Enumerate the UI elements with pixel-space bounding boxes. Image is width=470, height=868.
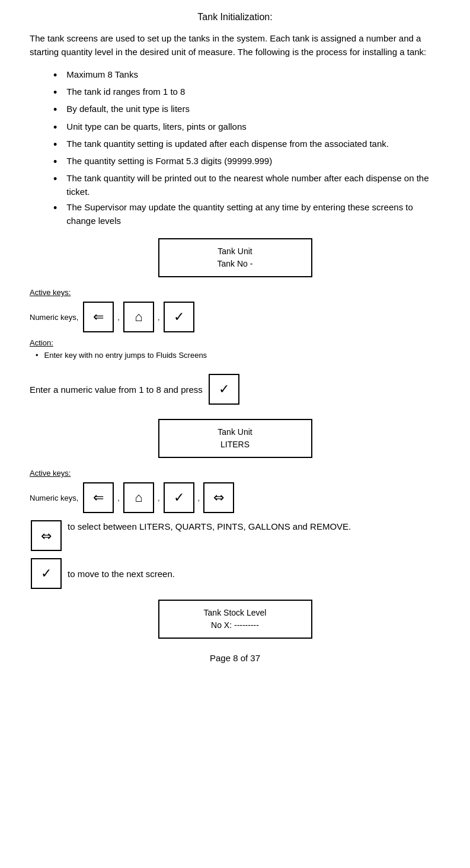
enter-instruction-row: Enter a numeric value from 1 to 8 and pr… xyxy=(30,374,440,405)
list-item: The tank quantity will be printed out to… xyxy=(30,172,440,198)
check-key2[interactable]: ✓ xyxy=(164,482,194,513)
action-label: Action: xyxy=(30,338,440,347)
intro-text: The tank screens are used to set up the … xyxy=(30,32,440,59)
numeric-keys-label2: Numeric keys, xyxy=(30,494,78,502)
list-item: By default, the unit type is liters xyxy=(30,103,440,117)
press-text: to move to the next screen. xyxy=(68,569,175,579)
check-key-enter[interactable]: ✓ xyxy=(209,374,239,405)
use-instruction-row: ⇔ to select between LITERS, QUARTS, PINT… xyxy=(30,520,440,551)
home-key2[interactable]: ⌂ xyxy=(123,482,154,513)
arrows-key2[interactable]: ⇔ xyxy=(31,520,62,551)
backspace-key1[interactable]: ⇐ xyxy=(83,302,114,332)
tank-unit-screen2: Tank Unit LITERS xyxy=(158,419,312,458)
tank-unit-screen1: Tank Unit Tank No - xyxy=(158,238,312,277)
list-item: The Supervisor may update the quantity s… xyxy=(30,201,440,228)
list-item: The quantity setting is Format 5.3 digit… xyxy=(30,155,440,169)
check-key3[interactable]: ✓ xyxy=(31,558,62,589)
use-text: to select between LITERS, QUARTS, PINTS,… xyxy=(68,520,351,534)
action-section: Action: Enter key with no entry jumps to… xyxy=(30,338,440,360)
numeric-keys-label1: Numeric keys, xyxy=(30,313,78,322)
screen1-line1: Tank Unit xyxy=(169,245,302,258)
active-keys-label1: Active keys: xyxy=(30,288,440,297)
key-row-2: Numeric keys, ⇐ , ⌂ , ✓ , ⇔ xyxy=(30,482,440,513)
check-key1[interactable]: ✓ xyxy=(164,302,194,332)
screen2-line2: LITERS xyxy=(169,438,302,451)
list-item: The tank id ranges from 1 to 8 xyxy=(30,85,440,100)
backspace-key2[interactable]: ⇐ xyxy=(83,482,114,513)
list-item: Unit type can be quarts, liters, pints o… xyxy=(30,120,440,135)
home-key1[interactable]: ⌂ xyxy=(123,302,154,332)
enter-text: Enter a numeric value from 1 to 8 and pr… xyxy=(30,385,203,395)
key-row-1: Numeric keys, ⇐ , ⌂ , ✓ xyxy=(30,302,440,332)
action-bullet: Enter key with no entry jumps to Fluids … xyxy=(36,351,440,360)
screen3-line1: Tank Stock Level xyxy=(169,607,302,619)
screen1-line2: Tank No - xyxy=(169,258,302,270)
list-item: Maximum 8 Tanks xyxy=(30,68,440,83)
bullet-list: Maximum 8 Tanks The tank id ranges from … xyxy=(30,68,440,228)
screen2-line1: Tank Unit xyxy=(169,426,302,438)
page-title: Tank Initialization: xyxy=(30,12,440,23)
tank-stock-screen: Tank Stock Level No X: --------- xyxy=(158,600,312,639)
arrows-key1[interactable]: ⇔ xyxy=(203,482,234,513)
screen3-line2: No X: --------- xyxy=(169,619,302,632)
press-instruction-row: ✓ to move to the next screen. xyxy=(30,558,440,589)
list-item: The tank quantity setting is updated aft… xyxy=(30,137,440,152)
active-keys-label2: Active keys: xyxy=(30,469,440,478)
page-footer: Page 8 of 37 xyxy=(30,653,440,663)
